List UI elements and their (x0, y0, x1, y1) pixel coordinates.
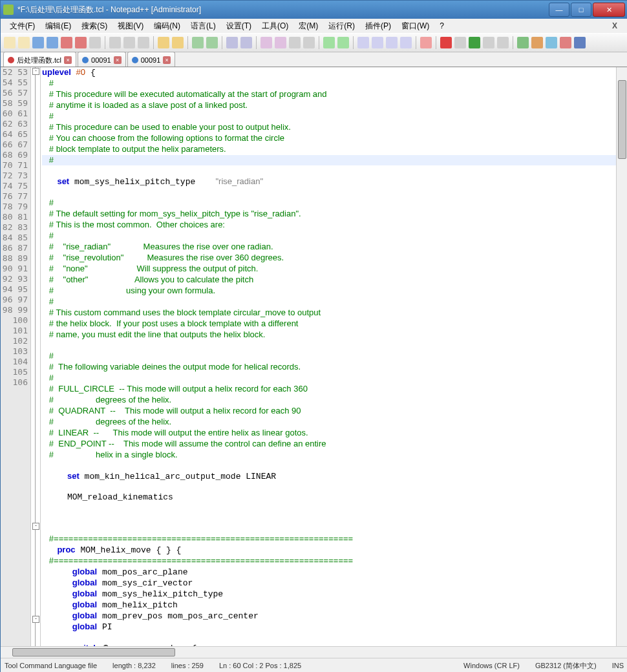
tab-bar: 后处理函数.tcl × 00091 × 00091 × (1, 52, 627, 67)
menu-edit[interactable]: 编辑(E) (41, 19, 75, 33)
fold-margin[interactable]: - - - (31, 67, 41, 646)
stop-icon[interactable] (454, 37, 466, 48)
line-gutter: 52 53 54 55 56 57 58 59 60 61 62 63 64 6… (1, 67, 31, 646)
misc3-icon[interactable] (546, 37, 557, 48)
menu-help[interactable]: ? (436, 20, 448, 32)
app-icon (3, 5, 14, 15)
misc1-icon[interactable] (517, 37, 529, 48)
folder-icon[interactable] (400, 37, 412, 48)
fold-icon[interactable] (323, 37, 335, 48)
cut-icon[interactable] (109, 37, 121, 48)
monitor-icon[interactable] (420, 37, 432, 48)
find-icon[interactable] (192, 37, 204, 48)
status-length: length : 8,232 (112, 662, 156, 669)
statusbar: Tool Command Language file length : 8,23… (1, 658, 627, 672)
dirty-icon (8, 57, 14, 63)
tab-close-icon[interactable]: × (163, 56, 171, 64)
wrap-icon[interactable] (275, 37, 286, 48)
editor: 52 53 54 55 56 57 58 59 60 61 62 63 64 6… (1, 67, 627, 646)
menubar-close-icon[interactable]: X (608, 20, 622, 32)
open-icon[interactable] (18, 37, 30, 48)
playmulti-icon[interactable] (483, 37, 494, 48)
status-lang: Tool Command Language file (5, 662, 97, 669)
dropdown-icon[interactable] (574, 37, 586, 48)
menu-encoding[interactable]: 编码(N) (150, 19, 184, 33)
menu-window[interactable]: 窗口(W) (398, 19, 433, 33)
copy-icon[interactable] (123, 37, 135, 48)
fold-box-icon[interactable]: - (32, 68, 39, 75)
fold-box-icon[interactable]: - (32, 523, 39, 530)
unfold-icon[interactable] (337, 37, 349, 48)
misc4-icon[interactable] (560, 37, 571, 48)
tab-file-1[interactable]: 00091 × (78, 52, 126, 67)
indent-icon[interactable] (303, 37, 315, 48)
maximize-button[interactable]: □ (571, 3, 591, 17)
menu-settings[interactable]: 设置(T) (222, 19, 255, 33)
closeall-icon[interactable] (75, 37, 87, 48)
misc2-icon[interactable] (531, 37, 543, 48)
tab-close-icon[interactable]: × (64, 56, 72, 64)
docmap-icon[interactable] (372, 37, 383, 48)
savemacro-icon[interactable] (497, 37, 509, 48)
new-icon[interactable] (4, 37, 16, 48)
undo-icon[interactable] (158, 37, 169, 48)
saved-icon (132, 57, 138, 63)
menubar: 文件(F) 编辑(E) 搜索(S) 视图(V) 编码(N) 语言(L) 设置(T… (1, 19, 627, 33)
status-encoding: GB2312 (简体中文) (535, 661, 597, 671)
menu-lang[interactable]: 语言(L) (187, 19, 220, 33)
window-controls: — □ ✕ (547, 3, 625, 17)
replace-icon[interactable] (206, 37, 218, 48)
tab-file-0[interactable]: 后处理函数.tcl × (3, 52, 76, 67)
allchars-icon[interactable] (289, 37, 301, 48)
vertical-scrollbar[interactable] (616, 67, 627, 646)
play-icon[interactable] (469, 37, 480, 48)
app-window: *F:\后处理\后处理函数.tcl - Notepad++ [Administr… (0, 0, 627, 672)
toolbar (1, 33, 627, 52)
tab-close-icon[interactable]: × (114, 56, 122, 64)
code-area[interactable]: uplevel #0 { # # This procedure will be … (41, 67, 616, 646)
close-button[interactable]: ✕ (593, 3, 625, 17)
status-ins: INS (612, 662, 624, 669)
print-icon[interactable] (89, 37, 101, 48)
saved-icon (82, 57, 89, 63)
menu-macro[interactable]: 宏(M) (295, 19, 322, 33)
status-lines: lines : 259 (171, 662, 204, 669)
doclist-icon[interactable] (357, 37, 369, 48)
tab-label: 00091 (141, 56, 161, 64)
tab-label: 00091 (91, 56, 111, 64)
scroll-thumb[interactable] (618, 80, 626, 159)
minimize-button[interactable]: — (549, 3, 569, 17)
menu-file[interactable]: 文件(F) (6, 19, 39, 33)
tab-label: 后处理函数.tcl (17, 56, 61, 65)
status-eol: Windows (CR LF) (463, 662, 520, 669)
titlebar[interactable]: *F:\后处理\后处理函数.tcl - Notepad++ [Administr… (1, 1, 627, 19)
menu-plugins[interactable]: 插件(P) (361, 19, 395, 33)
menu-run[interactable]: 运行(R) (324, 19, 359, 33)
tab-file-2[interactable]: 00091 × (127, 52, 176, 67)
saveall-icon[interactable] (47, 37, 58, 48)
fold-box-icon[interactable]: - (32, 616, 39, 623)
funclist-icon[interactable] (386, 37, 398, 48)
menu-search[interactable]: 搜索(S) (78, 19, 111, 33)
menu-view[interactable]: 视图(V) (114, 19, 147, 33)
scroll-thumb[interactable] (12, 648, 175, 656)
redo-icon[interactable] (172, 37, 184, 48)
window-title: *F:\后处理\后处理函数.tcl - Notepad++ [Administr… (17, 5, 547, 16)
paste-icon[interactable] (138, 37, 149, 48)
record-icon[interactable] (440, 37, 452, 48)
sync-icon[interactable] (260, 37, 272, 48)
horizontal-scrollbar[interactable] (1, 646, 627, 658)
menu-tools[interactable]: 工具(O) (258, 19, 292, 33)
zoomout-icon[interactable] (240, 37, 252, 48)
zoomin-icon[interactable] (226, 37, 238, 48)
status-pos: Ln : 60 Col : 2 Pos : 1,825 (219, 662, 301, 669)
save-icon[interactable] (32, 37, 44, 48)
close-icon[interactable] (61, 37, 72, 48)
